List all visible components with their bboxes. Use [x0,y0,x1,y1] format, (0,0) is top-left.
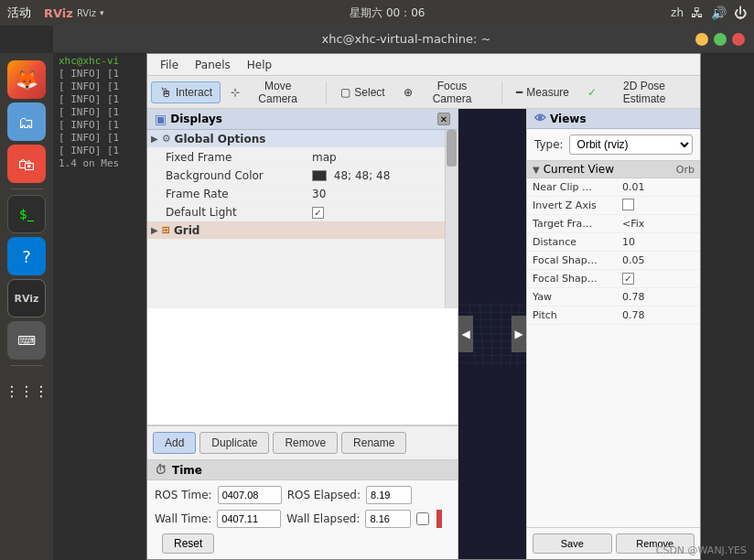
default-light-row[interactable]: Default Light ✓ [147,203,445,221]
background-color-value: 48; 48; 48 [312,169,441,182]
global-options-row[interactable]: ▶ ⚙ Global Options [147,130,445,148]
views-row-target-frame[interactable]: Target Fra… <Fix [527,215,700,233]
network-icon: 🖧 [691,5,704,20]
activities-button[interactable]: 活动 [7,5,31,21]
viewport-arrow-right[interactable]: ▶ [512,316,526,352]
type-select[interactable]: Orbit (rviz) [569,135,693,155]
dock-divider-2 [10,365,43,366]
ros-elapsed-input[interactable] [366,486,412,504]
toolbar-focus-camera[interactable]: ⊕ Focus Camera [395,76,497,109]
viewport-arrow-left[interactable]: ◀ [458,316,473,352]
dock-firefox[interactable]: 🦊 [7,60,46,99]
focus-camera-icon: ⊕ [404,86,413,99]
menu-panels[interactable]: Panels [188,57,238,73]
views-row-invert-z[interactable]: Invert Z Axis [527,197,700,215]
dock-divider-1 [10,188,43,189]
ros-time-input[interactable] [218,486,282,504]
rviz-indicator[interactable]: RViz RViz ▾ [44,6,103,20]
rviz-logo-text: RViz [44,6,73,20]
dock-files[interactable]: 🗂 [7,102,46,141]
system-bar: 活动 RViz RViz ▾ 星期六 00：06 zh 🖧 🔊 ⏻ [0,0,754,26]
dock-keyboard[interactable]: ⌨ [7,321,46,360]
focal-shape-checkbox[interactable]: ✓ [622,273,634,285]
clock-icon: ⏱ [155,463,167,477]
menu-help[interactable]: Help [240,57,279,73]
fixed-frame-value: map [312,151,441,164]
scrollbar-thumb [447,130,457,167]
locale-indicator: zh [671,6,684,19]
power-icon[interactable]: ⏻ [734,5,747,20]
toolbar-select[interactable]: ▢ Select [332,82,393,102]
move-camera-icon: ⊹ [231,86,240,99]
fixed-frame-row[interactable]: Fixed Frame map [147,148,445,167]
dock-terminal[interactable]: $_ [7,195,46,233]
system-bar-right: zh 🖧 🔊 ⏻ [671,5,747,20]
pitch-value: 0.78 [619,309,700,321]
dock-help[interactable]: ? [7,237,46,275]
displays-scrollbar[interactable] [445,130,458,308]
reset-button[interactable]: Reset [162,533,214,554]
remove-button[interactable]: Remove [273,432,338,454]
views-save-button[interactable]: Save [533,533,612,554]
dock-rviz[interactable]: RViz [7,279,46,318]
maximize-button[interactable] [714,33,727,46]
wall-time-input[interactable] [217,510,281,528]
target-frame-label: Target Fra… [527,218,619,230]
grid-label: Grid [174,224,320,237]
move-camera-label: Move Camera [243,80,312,105]
select-label: Select [354,86,384,99]
window-controls[interactable] [695,33,745,46]
views-row-distance[interactable]: Distance 10 [527,233,700,252]
views-row-pitch[interactable]: Pitch 0.78 [527,307,700,325]
interact-icon: 🖱 [159,85,172,100]
frame-rate-row[interactable]: Frame Rate 30 [147,185,445,203]
displays-icon: ▣ [155,112,167,126]
background-color-row[interactable]: Background Color 48; 48; 48 [147,167,445,185]
toolbar-measure[interactable]: ━ Measure [508,82,577,102]
views-row-focal-shape-1[interactable]: Focal Shap… 0.05 [527,252,700,270]
dock-apps[interactable]: ⋮⋮⋮ [7,372,46,410]
near-clip-label: Near Clip … [527,181,619,193]
terminal-title-text: xhc@xhc-virtual-machine: ~ [321,32,490,46]
type-row: Type: Orbit (rviz) [527,129,700,161]
menu-file[interactable]: File [153,57,186,73]
current-view-expand: ▼ [533,165,540,175]
current-view-type: Orb [676,164,695,176]
minimize-button[interactable] [695,33,708,46]
displays-panel-header: ▣ Displays ✕ [147,109,458,130]
focal-shape-2-value: ✓ [619,273,700,285]
time-fields: ROS Time: ROS Elapsed: Wall Time: Wall E… [147,480,458,533]
wall-elapsed-label: Wall Elapsed: [286,512,360,525]
grid-expand: ▶ [151,225,158,235]
toolbar-pose-estimate[interactable]: ✓ 2D Pose Estimate [579,76,696,109]
displays-buttons: Add Duplicate Remove Rename [147,425,458,459]
default-light-checkbox[interactable]: ✓ [312,207,324,219]
focus-camera-label: Focus Camera [416,80,489,105]
distance-value: 10 [619,236,700,248]
invert-z-checkbox[interactable] [622,199,634,210]
time-checkbox[interactable] [416,512,429,525]
close-button[interactable] [732,33,745,46]
displays-panel: ▣ Displays ✕ ▶ ⚙ Global Options [147,109,458,459]
select-icon: ▢ [340,86,350,99]
add-button[interactable]: Add [153,432,196,454]
rviz-label-text: RViz [77,8,96,18]
duplicate-button[interactable]: Duplicate [199,432,269,454]
views-row-yaw[interactable]: Yaw 0.78 [527,288,700,307]
views-row-near-clip[interactable]: Near Clip … 0.01 [527,178,700,197]
yaw-label: Yaw [527,291,619,303]
toolbar-interact[interactable]: 🖱 Interact [151,81,221,103]
time-title: Time [172,464,202,477]
dock-software[interactable]: 🛍 [7,145,46,183]
system-bar-left: 活动 RViz RViz ▾ [7,5,103,21]
toolbar-move-camera[interactable]: ⊹ Move Camera [222,76,320,109]
viewport-3d[interactable]: ◀ ▶ [458,109,526,559]
wall-elapsed-input[interactable] [365,510,411,528]
displays-close-btn[interactable]: ✕ [437,113,450,125]
rename-button[interactable]: Rename [341,432,406,454]
ros-time-label: ROS Time: [155,489,212,501]
grid-row[interactable]: ▶ ⊞ Grid [147,221,445,240]
type-label: Type: [534,138,564,151]
views-title: Views [550,113,587,125]
views-row-focal-shape-2[interactable]: Focal Shap… ✓ [527,270,700,288]
